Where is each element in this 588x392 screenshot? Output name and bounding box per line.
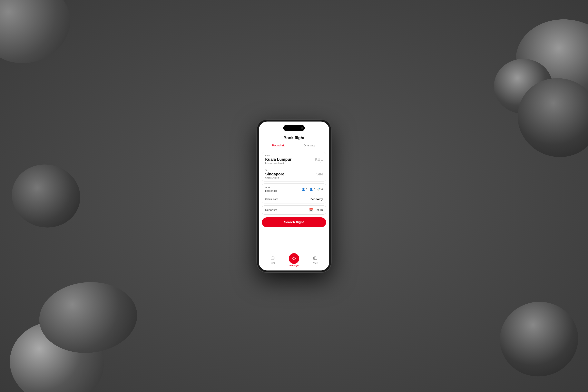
bottom-nav: Home Book flight xyxy=(259,251,329,270)
book-flight-icon-wrap xyxy=(289,253,299,264)
dynamic-island xyxy=(283,125,305,131)
passengers-row[interactable]: Addpassenger 👤 0 👤 0 🍼 xyxy=(262,184,326,195)
nav-home[interactable]: Home xyxy=(262,256,283,264)
from-city: Kuala Lumpur xyxy=(265,157,323,162)
date-card[interactable]: Departure 📅 Return xyxy=(262,206,326,214)
svg-rect-0 xyxy=(314,257,317,260)
cabin-label: Cabin class xyxy=(265,198,310,201)
to-label: To xyxy=(265,169,308,172)
from-code: KUL xyxy=(315,157,323,162)
to-code: SIN xyxy=(316,172,323,176)
swap-button[interactable]: ↑ ↓ xyxy=(317,161,323,167)
plane-icon xyxy=(292,256,296,262)
to-city: Singapore xyxy=(265,172,308,176)
adult-count: 👤 0 xyxy=(302,188,307,191)
screen-content: Book flight Round trip One way From Kual… xyxy=(259,122,329,270)
cabin-row[interactable]: Cabin class Economy xyxy=(262,195,326,203)
cabin-value: Economy xyxy=(310,198,323,201)
swap-down-icon: ↓ xyxy=(320,164,321,167)
tab-one-way[interactable]: One way xyxy=(294,144,324,149)
passenger-counts: 👤 0 👤 0 🍼 0 xyxy=(302,188,323,191)
home-label: Home xyxy=(270,262,275,264)
wallet-label: Wallet xyxy=(313,262,318,264)
to-airport: Changi Airport xyxy=(265,176,308,179)
book-flight-label: Book flight xyxy=(289,264,299,266)
phone-device: Book flight Round trip One way From Kual… xyxy=(257,120,331,272)
child-number: 0 xyxy=(314,188,315,191)
infant-count: 🍼 0 xyxy=(317,188,323,191)
swap-up-icon: ↑ xyxy=(320,161,321,164)
options-card[interactable]: Addpassenger 👤 0 👤 0 🍼 xyxy=(262,184,326,204)
child-count: 👤 0 xyxy=(310,188,315,191)
nav-wallet[interactable]: Wallet xyxy=(305,256,326,264)
nav-book-flight[interactable]: Book flight xyxy=(283,253,304,266)
search-flight-button[interactable]: Search flight xyxy=(262,217,326,227)
calendar-icon: 📅 xyxy=(309,208,313,212)
from-airport: International Airport xyxy=(265,162,323,164)
return-label: Return xyxy=(314,208,323,212)
adult-number: 0 xyxy=(306,188,307,191)
departure-label: Departure xyxy=(265,208,308,212)
passengers-label: Addpassenger xyxy=(265,186,302,193)
from-row[interactable]: From Kuala Lumpur International Airport … xyxy=(262,152,326,167)
tab-bar: Round trip One way xyxy=(259,141,329,149)
infant-number: 0 xyxy=(322,188,323,191)
adult-icon: 👤 xyxy=(302,188,305,191)
camera-dot xyxy=(301,127,303,129)
phone-screen: Book flight Round trip One way From Kual… xyxy=(259,122,329,270)
page-title: Book flight xyxy=(259,134,329,140)
infant-icon: 🍼 xyxy=(317,188,321,191)
child-icon: 👤 xyxy=(310,188,313,191)
route-card[interactable]: From Kuala Lumpur International Airport … xyxy=(262,152,326,182)
to-row[interactable]: To Singapore Changi Airport SIN ↑ ↓ xyxy=(262,167,326,181)
wallet-icon xyxy=(313,256,318,261)
tab-round-trip[interactable]: Round trip xyxy=(264,144,294,149)
form-area: From Kuala Lumpur International Airport … xyxy=(259,149,329,251)
from-label: From xyxy=(265,154,323,157)
home-icon xyxy=(270,256,275,261)
